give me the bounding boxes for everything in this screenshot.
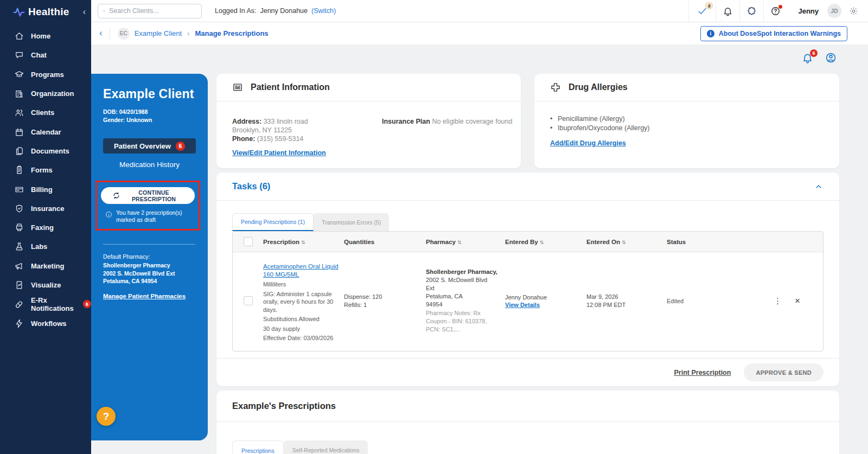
- approve-send-button[interactable]: APPROVE & SEND: [744, 363, 824, 381]
- back-chevron-icon[interactable]: ‹: [91, 28, 110, 40]
- patient-summary-card: Example Client DOB: 04/20/1988 Gender: U…: [91, 74, 208, 440]
- drug-link[interactable]: Acetaminophen Oral Liquid 160 MG/5ML: [263, 263, 339, 279]
- sidebar-item-calendar[interactable]: Calendar: [0, 122, 91, 141]
- draft-note-text: You have 2 prescription(s) marked as dra…: [116, 209, 194, 223]
- continue-prescription-button[interactable]: CONTINUE PRESCRIPTION: [101, 187, 195, 204]
- prescription-row: Acetaminophen Oral Liquid 160 MG/5ML Mil…: [233, 252, 823, 351]
- sidebar-nav: Home Chat Programs Organization Clients …: [0, 27, 91, 333]
- default-pharmacy-label: Default Pharmacy:: [103, 253, 202, 260]
- overview-badge: 6: [176, 142, 185, 151]
- sidebar-item-documents[interactable]: Documents: [0, 142, 91, 161]
- integrations-button[interactable]: [739, 0, 763, 22]
- row-pharmacy-notes: Pharmacy Notes: Rx Coupon - BIN: 610378,…: [426, 309, 497, 334]
- sidebar-item-label: Clients: [31, 108, 54, 117]
- sidebar-item-workflows[interactable]: Workflows: [0, 314, 91, 332]
- allergy-item: Ibuprofen/Oxycodone (Allergy): [550, 124, 839, 133]
- sidebar-item-insurance[interactable]: Insurance: [0, 199, 91, 218]
- insurance-label: Insurance Plan: [382, 118, 430, 125]
- tasks-footer: Print Prescription APPROVE & SEND: [216, 358, 839, 386]
- collapse-tasks-button[interactable]: [814, 182, 823, 191]
- patient-overview-tab[interactable]: Patient Overview 6: [103, 138, 196, 154]
- print-prescription-link[interactable]: Print Prescription: [674, 369, 731, 376]
- flask-icon: [15, 242, 24, 251]
- tab-pending-prescriptions[interactable]: Pending Prescriptions (1): [232, 213, 314, 231]
- tab-prescriptions[interactable]: Prescriptions: [232, 440, 284, 454]
- notifications-button[interactable]: [716, 0, 739, 22]
- default-pharmacy-address: Shollenberger Pharmacy 2002 S. McDowell …: [103, 261, 202, 285]
- sidebar-item-erx-notifications[interactable]: E-Rx Notifications 6: [0, 295, 91, 314]
- account-button[interactable]: [825, 52, 837, 63]
- divider: [110, 27, 110, 40]
- person-circle-icon: [825, 52, 837, 63]
- drug-supply: 30 day supply: [263, 325, 339, 333]
- medication-history-tab[interactable]: Medication History: [103, 161, 196, 169]
- col-prescription[interactable]: Prescription: [263, 239, 299, 245]
- refresh-icon: [112, 191, 120, 200]
- divider: [103, 244, 195, 245]
- sidebar-collapse-icon[interactable]: ‹: [83, 7, 86, 17]
- drug-allergies-body: Penicillamine (Allergy) Ibuprofen/Oxycod…: [534, 101, 839, 148]
- view-edit-patient-link[interactable]: View/Edit Patient Information: [232, 149, 326, 157]
- help-button[interactable]: [763, 0, 787, 22]
- select-all-checkbox[interactable]: [244, 237, 253, 246]
- drug-allergies-card: Drug Allergies Penicillamine (Allergy) I…: [534, 74, 839, 168]
- sort-icon[interactable]: ⇅: [457, 240, 462, 245]
- sidebar-item-organization[interactable]: Organization: [0, 84, 91, 103]
- user-first-name[interactable]: Jenny: [798, 7, 819, 15]
- add-edit-allergies-link[interactable]: Add/Edit Drug Allergies: [550, 139, 626, 147]
- sort-icon[interactable]: ⇅: [540, 240, 544, 245]
- sidebar-item-forms[interactable]: Forms: [0, 161, 91, 180]
- sidebar-item-visualize[interactable]: Visualize: [0, 276, 91, 295]
- sidebar-item-marketing[interactable]: Marketing: [0, 257, 91, 276]
- row-pharmacy-zip: 94954: [426, 300, 497, 309]
- about-dosespot-button[interactable]: i About DoseSpot Interaction Warnings: [700, 26, 847, 41]
- sidebar-item-billing[interactable]: Billing: [0, 180, 91, 199]
- tasks-check-button[interactable]: 6: [688, 0, 716, 22]
- row-pharmacy-address2: Petaluma, CA: [426, 292, 497, 300]
- sidebar-item-label: Labs: [31, 242, 47, 251]
- sidebar-item-label: Insurance: [31, 204, 64, 213]
- col-pharmacy[interactable]: Pharmacy: [426, 239, 456, 245]
- sidebar-item-label: Faxing: [31, 223, 54, 232]
- user-avatar[interactable]: JD: [827, 4, 841, 18]
- pharmacy-name: Shollenberger Pharmacy: [103, 261, 202, 270]
- rx-notifications-button[interactable]: 6: [802, 52, 813, 63]
- notification-badge: 6: [810, 49, 818, 57]
- sidebar-item-label: E-Rx Notifications: [31, 296, 75, 312]
- manage-pharmacies-link[interactable]: Manage Patient Pharmacies: [103, 293, 186, 299]
- billing-card-icon: [15, 185, 24, 194]
- puzzle-icon: [746, 6, 757, 16]
- client-search[interactable]: [98, 4, 202, 18]
- sidebar-item-label: Chat: [31, 51, 47, 59]
- sidebar-item-clients[interactable]: Clients: [0, 103, 91, 122]
- help-fab-button[interactable]: ?: [97, 407, 116, 426]
- sidebar-item-programs[interactable]: Programs: [0, 65, 91, 84]
- breadcrumb-current-page: Manage Prescriptions: [195, 29, 268, 37]
- patient-name: Example Client: [103, 87, 202, 101]
- col-entered-by[interactable]: Entered By: [505, 239, 538, 245]
- sidebar-item-faxing[interactable]: Faxing: [0, 218, 91, 237]
- draft-note: You have 2 prescription(s) marked as dra…: [105, 209, 194, 223]
- continue-prescription-label: CONTINUE PRESCRIPTION: [124, 189, 184, 202]
- tab-self-reported-medications[interactable]: Self-Reported Medications: [284, 440, 368, 454]
- col-entered-on[interactable]: Entered On: [586, 239, 620, 245]
- search-input[interactable]: [109, 7, 196, 15]
- people-icon: [15, 108, 24, 117]
- row-menu-icon[interactable]: ⋮: [774, 296, 782, 306]
- view-details-link[interactable]: View Details: [505, 302, 540, 308]
- breadcrumb-client-link[interactable]: Example Client: [135, 29, 182, 37]
- sort-icon[interactable]: ⇅: [301, 240, 305, 245]
- row-dismiss-icon[interactable]: ×: [795, 296, 800, 305]
- sidebar-item-chat[interactable]: Chat: [0, 46, 91, 65]
- row-checkbox[interactable]: [244, 296, 253, 305]
- switch-user-link[interactable]: (Switch): [311, 7, 336, 15]
- info-icon: [105, 211, 112, 218]
- tab-transmission-errors[interactable]: Transmission Errors (5): [314, 213, 389, 231]
- settings-button[interactable]: [849, 7, 858, 16]
- sidebar-item-label: Visualize: [31, 281, 61, 289]
- sidebar-item-labs[interactable]: Labs: [0, 237, 91, 256]
- sort-icon[interactable]: ⇅: [622, 240, 626, 245]
- sidebar-item-home[interactable]: Home: [0, 27, 91, 46]
- insurance-value: No eligible coverage found: [432, 118, 512, 125]
- tasks-title: Tasks (6): [232, 181, 270, 191]
